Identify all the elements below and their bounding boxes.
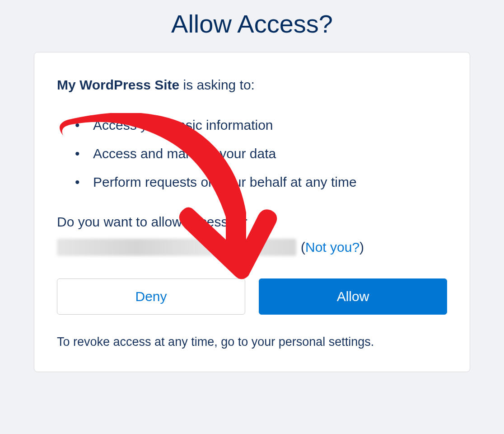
deny-button[interactable]: Deny [57, 278, 245, 315]
permission-item: Access your basic information [75, 111, 447, 139]
permission-item: Perform requests on your behalf at any t… [75, 168, 447, 196]
not-you-wrapper: (Not you?) [301, 240, 364, 255]
not-you-prefix: ( [301, 240, 305, 255]
user-identity-line: (Not you?) [57, 239, 447, 256]
allow-question: Do you want to allow access for [57, 214, 447, 230]
permissions-list: Access your basic information Access and… [75, 111, 447, 196]
asking-text: is asking to: [179, 77, 255, 92]
permission-card: My WordPress Site is asking to: Access y… [34, 52, 470, 372]
page-title: Allow Access? [0, 0, 504, 52]
asking-line: My WordPress Site is asking to: [57, 77, 447, 93]
buttons-row: Deny Allow [57, 278, 447, 315]
blurred-user-identifier [57, 239, 296, 256]
permission-item: Access and manage your data [75, 139, 447, 168]
not-you-suffix: ) [359, 240, 364, 255]
revoke-access-text: To revoke access at any time, go to your… [57, 335, 447, 349]
app-name: My WordPress Site [57, 77, 179, 92]
not-you-link[interactable]: Not you? [305, 240, 359, 255]
allow-button[interactable]: Allow [259, 278, 447, 315]
